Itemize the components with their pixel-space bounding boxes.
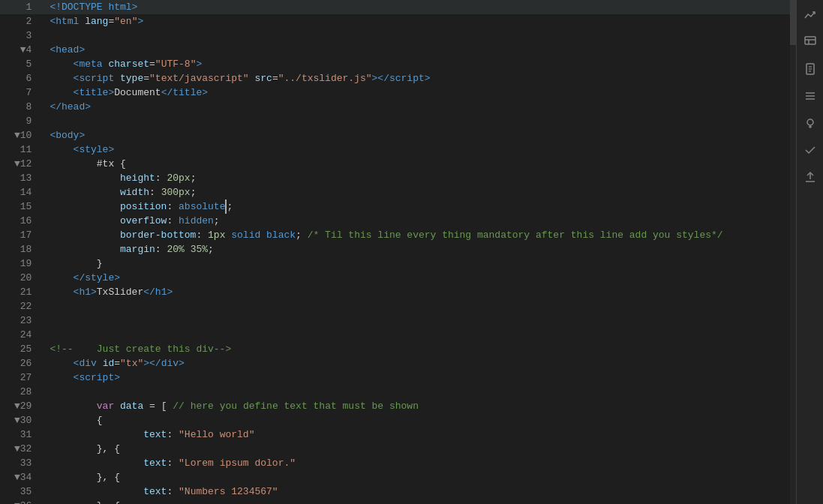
line-content — [44, 385, 790, 399]
line-content: text: "Lorem ipsum dolor." — [44, 456, 790, 470]
upload-icon[interactable] — [801, 168, 819, 186]
table-row: ▼ 4<head> — [0, 43, 790, 57]
table-row: 33 text: "Lorem ipsum dolor." — [0, 456, 790, 470]
line-content — [44, 28, 790, 43]
line-number: 6 — [0, 71, 44, 86]
table-row: 2<html lang="en"> — [0, 14, 790, 28]
line-number: ▼ 29 — [0, 399, 44, 413]
line-number: 5 — [0, 57, 44, 71]
line-content — [44, 328, 790, 342]
line-content: }, { — [44, 442, 790, 456]
line-number: 21 — [0, 285, 44, 299]
line-number: ▼ 34 — [0, 470, 44, 484]
line-number: 25 — [0, 342, 44, 356]
list-icon[interactable] — [801, 87, 819, 105]
line-number: 14 — [0, 185, 44, 200]
table-row: 18 margin: 20% 35%; — [0, 242, 790, 256]
table-row: 7 <title>Document</title> — [0, 86, 790, 100]
line-number: 18 — [0, 242, 44, 256]
line-content: text: "Hello world" — [44, 428, 790, 442]
line-number: 24 — [0, 328, 44, 342]
line-content: var data = [ // here you define text tha… — [44, 399, 790, 413]
line-number: 22 — [0, 299, 44, 314]
line-content: }, { — [44, 470, 790, 484]
trending-icon[interactable] — [801, 6, 819, 24]
table-row: 3 — [0, 28, 790, 43]
table-row: 24 — [0, 328, 790, 342]
line-content: height: 20px; — [44, 171, 790, 185]
collapse-arrow[interactable]: ▼ — [10, 413, 20, 428]
line-number: ▼ 4 — [0, 43, 44, 57]
table-row: 14 width: 300px; — [0, 185, 790, 200]
collapse-arrow[interactable]: ▼ — [10, 499, 20, 504]
table-row: 19 } — [0, 256, 790, 271]
table-row: 25<!-- Just create this div--> — [0, 342, 790, 356]
line-content: overflow: hidden; — [44, 214, 790, 228]
svg-point-10 — [807, 119, 813, 125]
line-content: { — [44, 413, 790, 428]
table-row: 6 <script type="text/javascript" src="..… — [0, 71, 790, 86]
table-row: 13 height: 20px; — [0, 171, 790, 185]
line-content: <!-- Just create this div--> — [44, 342, 790, 356]
table-row: 28 — [0, 385, 790, 399]
line-content: width: 300px; — [44, 185, 790, 200]
line-number: ▼ 36 — [0, 499, 44, 504]
line-number: 3 — [0, 28, 44, 43]
line-content: border-bottom: 1px solid black; /* Til t… — [44, 228, 790, 242]
document-icon[interactable] — [801, 60, 819, 78]
line-number: 2 — [0, 14, 44, 28]
line-content: position: absolute ; — [44, 200, 790, 214]
line-number: ▼ 30 — [0, 413, 44, 428]
minimap[interactable] — [790, 0, 796, 504]
line-number: 27 — [0, 370, 44, 385]
svg-rect-0 — [805, 37, 815, 44]
line-content: <!DOCTYPE html> — [44, 0, 790, 14]
line-number: ▼ 32 — [0, 442, 44, 456]
line-number: 17 — [0, 228, 44, 242]
line-content: #tx { — [44, 157, 790, 171]
collapse-arrow[interactable]: ▼ — [10, 157, 20, 171]
table-row: 21 <h1>TxSlider</h1> — [0, 285, 790, 299]
table-row: 31 text: "Hello world" — [0, 428, 790, 442]
editor-container: 1<!DOCTYPE html>2<html lang="en">3 ▼ 4<h… — [0, 0, 790, 504]
line-content: } — [44, 256, 790, 271]
line-number: 33 — [0, 456, 44, 470]
table-row: 9 — [0, 114, 790, 128]
layout-icon[interactable] — [801, 33, 819, 51]
line-number: ▼ 12 — [0, 157, 44, 171]
line-content: <script> — [44, 370, 790, 385]
collapse-arrow[interactable]: ▼ — [10, 470, 20, 484]
collapse-arrow[interactable]: ▼ — [16, 43, 26, 57]
line-content: text: "Numbers 1234567" — [44, 484, 790, 499]
table-row: ▼ 34 }, { — [0, 470, 790, 484]
line-number: 7 — [0, 86, 44, 100]
table-row: ▼ 10<body> — [0, 128, 790, 142]
collapse-arrow[interactable]: ▼ — [10, 442, 20, 456]
right-sidebar — [796, 0, 823, 504]
table-row: 22 — [0, 299, 790, 314]
table-row: 5 <meta charset="UTF-8"> — [0, 57, 790, 71]
bulb-icon[interactable] — [801, 114, 819, 132]
check-icon[interactable] — [801, 141, 819, 159]
line-number: 35 — [0, 484, 44, 499]
line-content: </head> — [44, 100, 790, 114]
line-number: 28 — [0, 385, 44, 399]
table-row: 20 </style> — [0, 271, 790, 285]
line-content — [44, 299, 790, 314]
line-number: 9 — [0, 114, 44, 128]
table-row: ▼ 12 #tx { — [0, 157, 790, 171]
line-content: <head> — [44, 43, 790, 57]
line-number: 20 — [0, 271, 44, 285]
line-number: 8 — [0, 100, 44, 114]
collapse-arrow[interactable]: ▼ — [10, 128, 20, 142]
code-area[interactable]: 1<!DOCTYPE html>2<html lang="en">3 ▼ 4<h… — [0, 0, 790, 504]
table-row: ▼ 30 { — [0, 413, 790, 428]
line-number: 11 — [0, 142, 44, 157]
line-content: margin: 20% 35%; — [44, 242, 790, 256]
table-row: 27 <script> — [0, 370, 790, 385]
collapse-arrow[interactable]: ▼ — [10, 399, 20, 413]
line-content: <h1>TxSlider</h1> — [44, 285, 790, 299]
line-number: 26 — [0, 356, 44, 370]
table-row: 8</head> — [0, 100, 790, 114]
table-row: 35 text: "Numbers 1234567" — [0, 484, 790, 499]
